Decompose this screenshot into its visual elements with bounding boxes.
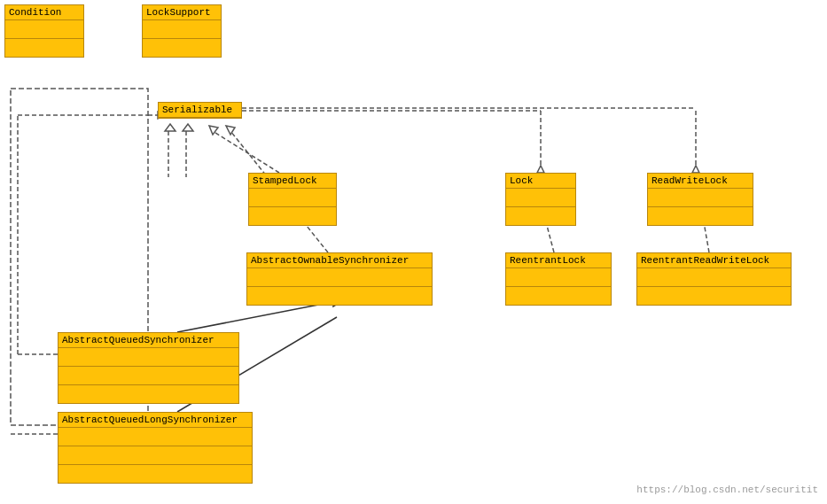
reentrantreadwritelock-box: ReentrantReadWriteLock <box>636 252 792 306</box>
condition-section2 <box>5 39 83 57</box>
condition-label: Condition <box>5 5 83 20</box>
abstractqueuedsynchronizer-section2 <box>59 367 238 385</box>
svg-marker-4 <box>209 126 218 135</box>
readwritelock-section2 <box>648 207 753 225</box>
abstractownablesynchronizer-section2 <box>247 287 432 305</box>
abstractqueuedsynchronizer-label: AbstractQueuedSynchronizer <box>59 333 238 348</box>
abstractqueuedlongsynchronizer-box: AbstractQueuedLongSynchronizer <box>58 412 253 484</box>
reentrantlock-section1 <box>506 268 611 287</box>
locksupport-section1 <box>143 20 221 39</box>
readwritelock-section1 <box>648 189 753 207</box>
abstractqueuedlongsynchronizer-section2 <box>59 446 252 465</box>
stampedlock-section2 <box>249 207 336 225</box>
abstractqueuedsynchronizer-section3 <box>59 385 238 403</box>
locksupport-section2 <box>143 39 221 57</box>
abstractqueuedsynchronizer-box: AbstractQueuedSynchronizer <box>58 332 239 404</box>
watermark: https://blog.csdn.net/securitit <box>636 485 818 495</box>
reentrantreadwritelock-section1 <box>637 268 791 287</box>
reentrantreadwritelock-label: ReentrantReadWriteLock <box>637 253 791 268</box>
abstractqueuedlongsynchronizer-section1 <box>59 428 252 446</box>
readwritelock-label: ReadWriteLock <box>648 174 753 189</box>
reentrantlock-section2 <box>506 287 611 305</box>
serializable-label: Serializable <box>159 103 241 118</box>
stampedlock-section1 <box>249 189 336 207</box>
svg-line-17 <box>177 301 337 332</box>
lock-label: Lock <box>506 174 575 189</box>
serializable-box: Serializable <box>158 102 242 119</box>
stampedlock-label: StampedLock <box>249 174 336 189</box>
svg-marker-9 <box>537 166 544 173</box>
reentrantlock-box: ReentrantLock <box>505 252 612 306</box>
svg-marker-21 <box>165 124 176 131</box>
lock-section1 <box>506 189 575 207</box>
abstractqueuedlongsynchronizer-label: AbstractQueuedLongSynchronizer <box>59 413 252 428</box>
lock-section2 <box>506 207 575 225</box>
locksupport-box: LockSupport <box>142 4 222 58</box>
lock-box: Lock <box>505 173 576 226</box>
abstractqueuedsynchronizer-section1 <box>59 348 238 367</box>
svg-marker-6 <box>226 126 235 135</box>
svg-line-3 <box>213 131 279 173</box>
reentrantlock-label: ReentrantLock <box>506 253 611 268</box>
readwritelock-box: ReadWriteLock <box>647 173 753 226</box>
abstractqueuedlongsynchronizer-section3 <box>59 465 252 483</box>
diagram-container: Condition LockSupport Serializable Stamp… <box>0 0 827 504</box>
condition-section1 <box>5 20 83 39</box>
stampedlock-box: StampedLock <box>248 173 337 226</box>
locksupport-label: LockSupport <box>143 5 221 20</box>
svg-marker-23 <box>183 124 193 131</box>
reentrantreadwritelock-section2 <box>637 287 791 305</box>
condition-box: Condition <box>4 4 84 58</box>
abstractownablesynchronizer-section1 <box>247 268 432 287</box>
svg-marker-12 <box>692 166 699 173</box>
abstractownablesynchronizer-label: AbstractOwnableSynchronizer <box>247 253 432 268</box>
abstractownablesynchronizer-box: AbstractOwnableSynchronizer <box>246 252 433 306</box>
